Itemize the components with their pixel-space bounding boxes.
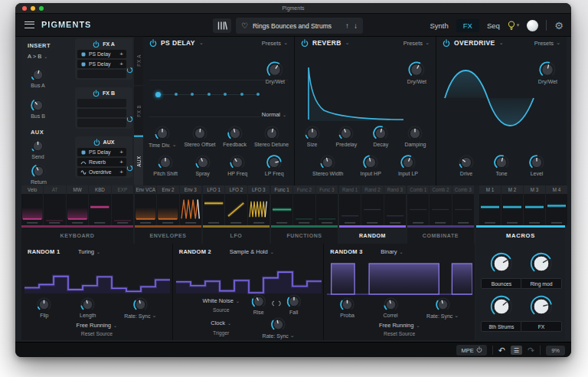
rise-knob[interactable]: Rise xyxy=(251,294,266,315)
rate-sync-knob[interactable]: Rate: Sync⌄ xyxy=(426,297,459,319)
flip-knob[interactable]: Flip xyxy=(37,297,51,319)
favorite-heart-icon[interactable]: ♡ xyxy=(241,22,248,30)
delay-mode-dropdown[interactable]: Normal⌄ xyxy=(260,110,288,119)
close-window-button[interactable] xyxy=(22,6,27,11)
mod-source-tile-m-2[interactable]: M 2 xyxy=(501,185,523,225)
reverb-drywet-knob[interactable]: Dry/Wet xyxy=(407,61,426,84)
ps-delay-presets-dropdown[interactable]: Presets⌄ xyxy=(262,40,288,47)
drive-knob[interactable]: Drive xyxy=(459,155,474,176)
fall-knob[interactable]: Fall xyxy=(286,294,301,315)
correl-knob[interactable]: Correl xyxy=(384,297,398,319)
lp-freq-knob[interactable]: LP Freq xyxy=(265,155,284,176)
reverb-title[interactable]: REVERB xyxy=(312,39,341,47)
preset-selector[interactable]: ♡ Rings Bounces and Strums ↑ ↓ xyxy=(236,18,363,34)
sound-design-tips-knob[interactable] xyxy=(527,20,538,31)
tab-seq[interactable]: Seq xyxy=(487,21,500,30)
rate-sync-knob[interactable]: Rate: Sync⌄ xyxy=(263,317,295,339)
macro-knob-4[interactable] xyxy=(530,295,553,318)
mod-tab-envelopes[interactable]: ENVELOPES xyxy=(135,225,201,244)
mod-source-tile-kbd[interactable]: KBD xyxy=(89,185,110,225)
input-hp-knob[interactable]: Input HP xyxy=(361,155,381,176)
add-modulation-icon[interactable]: + xyxy=(119,149,123,156)
reverb-drywet-knob[interactable]: Dry/Wet xyxy=(407,61,426,84)
random-2-mode-dropdown[interactable]: Sample & Hold⌄ xyxy=(230,248,274,255)
insert-routing-dropdown[interactable]: A > B⌄ xyxy=(28,53,47,60)
mod-source-tile-rand-1[interactable]: Rand 1 xyxy=(339,185,361,225)
history-menu-icon[interactable]: ☰ xyxy=(511,346,522,355)
fx-slot-ps-delay[interactable]: PS Delay+ xyxy=(77,148,126,156)
random-1-reset-dropdown[interactable]: Free Running⌄ xyxy=(21,322,172,329)
random-3-reset-dropdown[interactable]: Free Running⌄ xyxy=(324,322,475,329)
rack-power-button[interactable]: FX B xyxy=(77,89,130,97)
mod-source-tile-rand-2[interactable]: Rand 2 xyxy=(361,185,383,225)
fx-slot-ps-delay[interactable]: PS Delay+ xyxy=(77,60,126,68)
mod-source-tile-comb-1[interactable]: Comb 1 xyxy=(407,185,429,225)
mod-source-tile-func-3[interactable]: Func 3 xyxy=(316,185,338,225)
macro-1-name[interactable]: Bounces xyxy=(481,278,522,289)
mod-source-tile-env-3[interactable]: Env 3 xyxy=(180,185,201,225)
minimize-window-button[interactable] xyxy=(31,6,35,11)
mod-source-tile-mw[interactable]: MW xyxy=(67,185,88,225)
tab-fx[interactable]: FX xyxy=(456,19,479,32)
fx-slot-reverb[interactable]: Reverb+ xyxy=(77,158,126,166)
ps-delay-drywet-knob[interactable]: Dry/Wet xyxy=(266,61,285,84)
tutorials-button[interactable]: ▾ xyxy=(508,21,520,31)
add-modulation-icon[interactable]: + xyxy=(119,169,123,175)
stereo-width-knob[interactable]: Stereo Width xyxy=(312,155,343,176)
time-div--knob[interactable]: Time Div.⌄ xyxy=(149,126,177,148)
mod-tab-random[interactable]: RANDOM xyxy=(339,225,406,244)
preset-name[interactable]: Rings Bounces and Strums xyxy=(253,22,341,30)
predelay-knob[interactable]: Predelay xyxy=(336,126,358,147)
add-modulation-icon[interactable]: + xyxy=(119,51,123,57)
overdrive-drywet-knob[interactable]: Dry/Wet xyxy=(538,61,557,84)
mod-source-tile-env-2[interactable]: Env 2 xyxy=(157,185,178,225)
ps-delay-drywet-knob[interactable]: Dry/Wet xyxy=(266,61,285,84)
feedback-knob[interactable]: Feedback xyxy=(223,126,247,148)
aux-return-knob[interactable]: Return xyxy=(31,164,47,185)
traffic-lights[interactable] xyxy=(22,6,44,11)
mod-source-tile-lfo-2[interactable]: LFO 2 xyxy=(225,185,247,225)
mod-source-tile-env-vca[interactable]: Env VCA xyxy=(135,185,156,225)
mod-source-tile-rand-3[interactable]: Rand 3 xyxy=(384,185,406,225)
macro-4-name[interactable]: FX xyxy=(521,321,562,332)
macro-3-name[interactable]: 8th Strums xyxy=(481,321,522,332)
fx-slot-empty[interactable] xyxy=(77,99,126,107)
zoom-window-button[interactable] xyxy=(39,6,44,11)
overdrive-title[interactable]: OVERDRIVE xyxy=(454,39,495,47)
redo-icon[interactable]: ↷ xyxy=(528,346,534,356)
rack-routing-loop-icon[interactable] xyxy=(126,112,133,126)
rack-routing-loop-icon[interactable] xyxy=(126,161,133,175)
mod-source-tile-exp[interactable]: EXP xyxy=(112,185,133,225)
random-1-mode-dropdown[interactable]: Turing⌄ xyxy=(78,248,100,255)
preset-library-button[interactable] xyxy=(213,18,231,33)
bus-b-knob[interactable]: Bus B xyxy=(31,98,45,119)
mod-tab-combinate[interactable]: COMBINATE xyxy=(407,225,474,244)
fx-slot-empty[interactable] xyxy=(77,70,126,78)
overdrive-drywet-knob[interactable]: Dry/Wet xyxy=(538,61,557,84)
overdrive-presets-dropdown[interactable]: Presets⌄ xyxy=(534,40,560,47)
decay-knob[interactable]: Decay xyxy=(373,126,388,147)
fx-slot-empty[interactable] xyxy=(77,119,126,127)
mod-source-tile-comb-2[interactable]: Comb 2 xyxy=(430,185,451,225)
fx-slot-empty[interactable] xyxy=(77,109,126,117)
rack-power-button[interactable]: FX A xyxy=(77,40,130,48)
size-knob[interactable]: Size xyxy=(305,126,320,147)
mpe-button[interactable]: MPE xyxy=(456,345,486,356)
proba-knob[interactable]: Proba xyxy=(340,297,354,319)
rack-tab-aux[interactable]: AUX xyxy=(134,136,143,185)
mod-source-tile-func-1[interactable]: Func 1 xyxy=(271,185,292,225)
add-modulation-icon[interactable]: + xyxy=(119,61,123,67)
mod-tab-keyboard[interactable]: KEYBOARD xyxy=(21,225,133,244)
main-menu-icon[interactable] xyxy=(24,21,34,28)
pitch-shift-knob[interactable]: Pitch Shift xyxy=(153,155,178,176)
next-preset-icon[interactable]: ↓ xyxy=(354,21,358,30)
stereo-detune-knob[interactable]: Stereo Detune xyxy=(254,126,289,148)
level-knob[interactable]: Level xyxy=(529,155,544,176)
random-2-source-dropdown[interactable]: White Noise⌄ xyxy=(179,297,263,304)
rack-routing-loop-icon[interactable] xyxy=(126,63,133,77)
fx-slot-overdrive[interactable]: Overdrive+ xyxy=(77,168,126,176)
length-knob[interactable]: Length xyxy=(80,297,96,319)
macro-knob-2[interactable] xyxy=(530,252,553,275)
macro-2-name[interactable]: Ring mod xyxy=(521,278,562,289)
mod-source-tile-comb-3[interactable]: Comb 3 xyxy=(452,185,474,225)
